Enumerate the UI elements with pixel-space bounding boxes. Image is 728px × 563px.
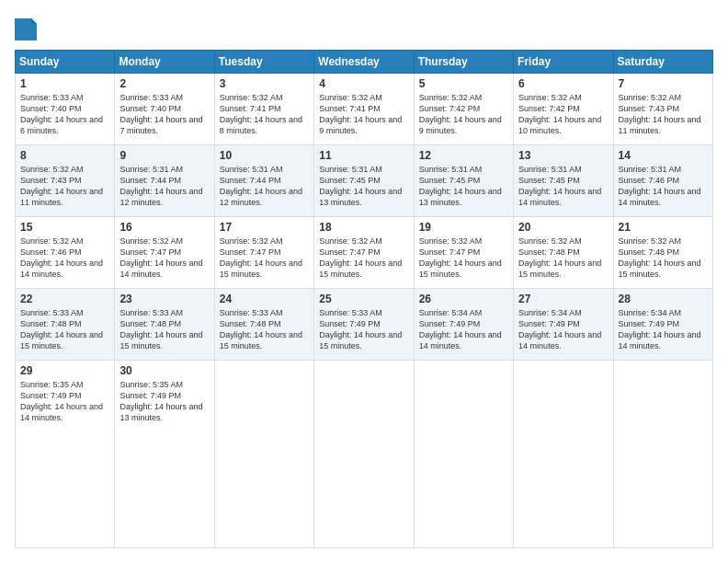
day-number: 16	[119, 221, 209, 234]
calendar-cell: 14 Sunrise: 5:31 AM Sunset: 7:46 PM Dayl…	[613, 145, 712, 217]
calendar-cell	[314, 361, 414, 548]
sunset-label: Sunset: 7:48 PM	[119, 319, 181, 328]
day-number: 12	[419, 149, 508, 162]
weekday-header: Saturday	[613, 51, 712, 74]
day-number: 6	[518, 77, 608, 90]
day-info: Sunrise: 5:32 AM Sunset: 7:47 PM Dayligh…	[319, 236, 408, 281]
sunrise-label: Sunrise: 5:32 AM	[518, 236, 582, 246]
sunrise-label: Sunrise: 5:32 AM	[20, 165, 84, 174]
calendar-cell: 1 Sunrise: 5:33 AM Sunset: 7:40 PM Dayli…	[16, 74, 115, 145]
sunset-label: Sunset: 7:48 PM	[20, 319, 82, 328]
day-info: Sunrise: 5:35 AM Sunset: 7:49 PM Dayligh…	[119, 379, 209, 424]
sunset-label: Sunset: 7:49 PM	[419, 319, 481, 328]
day-number: 25	[319, 293, 408, 305]
sunrise-label: Sunrise: 5:33 AM	[119, 93, 183, 102]
day-info: Sunrise: 5:31 AM Sunset: 7:44 PM Dayligh…	[119, 164, 209, 209]
daylight-label: Daylight: 14 hours and 12 minutes.	[220, 187, 302, 207]
daylight-label: Daylight: 14 hours and 14 minutes.	[619, 187, 701, 207]
sunrise-label: Sunrise: 5:34 AM	[518, 308, 582, 317]
sunrise-label: Sunrise: 5:32 AM	[220, 93, 283, 102]
daylight-label: Daylight: 14 hours and 15 minutes.	[220, 259, 302, 279]
daylight-label: Daylight: 14 hours and 14 minutes.	[419, 330, 502, 350]
calendar-header-row: SundayMondayTuesdayWednesdayThursdayFrid…	[16, 51, 713, 74]
sunset-label: Sunset: 7:47 PM	[319, 247, 381, 257]
day-number: 13	[518, 149, 608, 162]
day-number: 19	[419, 221, 508, 234]
sunset-label: Sunset: 7:41 PM	[319, 104, 381, 113]
sunrise-label: Sunrise: 5:33 AM	[20, 308, 84, 317]
day-info: Sunrise: 5:35 AM Sunset: 7:49 PM Dayligh…	[20, 379, 109, 424]
sunrise-label: Sunrise: 5:31 AM	[419, 165, 483, 174]
sunset-label: Sunset: 7:49 PM	[20, 391, 82, 400]
calendar-week-row: 1 Sunrise: 5:33 AM Sunset: 7:40 PM Dayli…	[16, 74, 713, 145]
calendar-cell: 4 Sunrise: 5:32 AM Sunset: 7:41 PM Dayli…	[314, 74, 414, 145]
calendar-cell: 20 Sunrise: 5:32 AM Sunset: 7:48 PM Dayl…	[514, 217, 613, 289]
day-number: 17	[220, 221, 309, 234]
sunrise-label: Sunrise: 5:32 AM	[619, 236, 682, 246]
sunset-label: Sunset: 7:43 PM	[20, 176, 82, 185]
day-info: Sunrise: 5:33 AM Sunset: 7:49 PM Dayligh…	[319, 307, 408, 352]
sunset-label: Sunset: 7:48 PM	[220, 319, 281, 328]
calendar-week-row: 15 Sunrise: 5:32 AM Sunset: 7:46 PM Dayl…	[16, 217, 713, 289]
daylight-label: Daylight: 14 hours and 14 minutes.	[20, 402, 103, 422]
calendar-cell: 19 Sunrise: 5:32 AM Sunset: 7:47 PM Dayl…	[414, 217, 513, 289]
daylight-label: Daylight: 14 hours and 12 minutes.	[119, 187, 202, 207]
day-info: Sunrise: 5:32 AM Sunset: 7:47 PM Dayligh…	[119, 236, 209, 281]
daylight-label: Daylight: 14 hours and 14 minutes.	[119, 259, 202, 279]
day-info: Sunrise: 5:33 AM Sunset: 7:48 PM Dayligh…	[20, 307, 109, 352]
sunrise-label: Sunrise: 5:32 AM	[619, 93, 682, 102]
day-info: Sunrise: 5:32 AM Sunset: 7:47 PM Dayligh…	[419, 236, 508, 281]
calendar-cell: 12 Sunrise: 5:31 AM Sunset: 7:45 PM Dayl…	[414, 145, 513, 217]
day-info: Sunrise: 5:32 AM Sunset: 7:43 PM Dayligh…	[619, 92, 708, 137]
calendar-cell: 3 Sunrise: 5:32 AM Sunset: 7:41 PM Dayli…	[214, 74, 313, 145]
daylight-label: Daylight: 14 hours and 15 minutes.	[20, 330, 103, 350]
sunset-label: Sunset: 7:47 PM	[220, 247, 281, 257]
sunrise-label: Sunrise: 5:32 AM	[419, 93, 483, 102]
day-number: 11	[319, 149, 408, 162]
sunset-label: Sunset: 7:48 PM	[619, 247, 680, 257]
sunrise-label: Sunrise: 5:34 AM	[419, 308, 483, 317]
calendar-cell: 28 Sunrise: 5:34 AM Sunset: 7:49 PM Dayl…	[613, 289, 712, 361]
day-info: Sunrise: 5:34 AM Sunset: 7:49 PM Dayligh…	[619, 307, 708, 352]
day-info: Sunrise: 5:31 AM Sunset: 7:44 PM Dayligh…	[220, 164, 309, 209]
sunset-label: Sunset: 7:49 PM	[319, 319, 381, 328]
daylight-label: Daylight: 14 hours and 8 minutes.	[220, 115, 302, 135]
calendar-cell: 23 Sunrise: 5:33 AM Sunset: 7:48 PM Dayl…	[115, 289, 214, 361]
sunset-label: Sunset: 7:46 PM	[619, 176, 680, 185]
day-number: 26	[419, 293, 508, 305]
sunset-label: Sunset: 7:40 PM	[20, 104, 82, 113]
day-number: 20	[518, 221, 608, 234]
daylight-label: Daylight: 14 hours and 10 minutes.	[518, 115, 601, 135]
day-info: Sunrise: 5:34 AM Sunset: 7:49 PM Dayligh…	[419, 307, 508, 352]
weekday-header: Wednesday	[314, 51, 414, 74]
day-number: 3	[220, 77, 309, 90]
calendar-cell: 18 Sunrise: 5:32 AM Sunset: 7:47 PM Dayl…	[314, 217, 414, 289]
sunset-label: Sunset: 7:44 PM	[119, 176, 181, 185]
day-info: Sunrise: 5:31 AM Sunset: 7:45 PM Dayligh…	[319, 164, 408, 209]
calendar-cell: 2 Sunrise: 5:33 AM Sunset: 7:40 PM Dayli…	[115, 74, 214, 145]
calendar-cell: 8 Sunrise: 5:32 AM Sunset: 7:43 PM Dayli…	[16, 145, 115, 217]
calendar-cell: 9 Sunrise: 5:31 AM Sunset: 7:44 PM Dayli…	[115, 145, 214, 217]
sunset-label: Sunset: 7:47 PM	[119, 247, 181, 257]
sunset-label: Sunset: 7:49 PM	[518, 319, 580, 328]
day-number: 22	[20, 293, 109, 305]
day-number: 18	[319, 221, 408, 234]
weekday-header: Thursday	[414, 51, 513, 74]
calendar-cell: 5 Sunrise: 5:32 AM Sunset: 7:42 PM Dayli…	[414, 74, 513, 145]
calendar-cell: 30 Sunrise: 5:35 AM Sunset: 7:49 PM Dayl…	[115, 361, 214, 548]
sunset-label: Sunset: 7:44 PM	[220, 176, 281, 185]
day-number: 27	[518, 293, 608, 305]
day-number: 2	[119, 77, 209, 90]
day-number: 30	[119, 364, 209, 377]
calendar-cell: 26 Sunrise: 5:34 AM Sunset: 7:49 PM Dayl…	[414, 289, 513, 361]
sunrise-label: Sunrise: 5:33 AM	[20, 93, 84, 102]
day-info: Sunrise: 5:33 AM Sunset: 7:48 PM Dayligh…	[119, 307, 209, 352]
day-number: 9	[119, 149, 209, 162]
sunset-label: Sunset: 7:49 PM	[119, 391, 181, 400]
calendar-week-row: 29 Sunrise: 5:35 AM Sunset: 7:49 PM Dayl…	[16, 361, 713, 548]
sunrise-label: Sunrise: 5:33 AM	[319, 308, 382, 317]
sunset-label: Sunset: 7:49 PM	[619, 319, 680, 328]
calendar-cell: 25 Sunrise: 5:33 AM Sunset: 7:49 PM Dayl…	[314, 289, 414, 361]
weekday-header: Tuesday	[214, 51, 313, 74]
day-info: Sunrise: 5:32 AM Sunset: 7:41 PM Dayligh…	[220, 92, 309, 137]
